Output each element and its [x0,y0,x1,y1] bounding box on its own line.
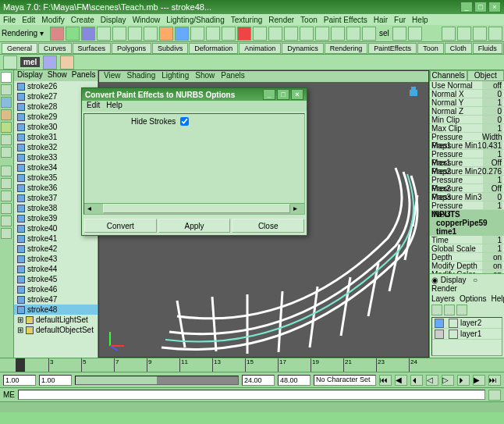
layer-type-toggle[interactable] [449,319,458,328]
dialog-titlebar[interactable]: Convert Paint Effects to NURBS Options _… [82,88,307,101]
menu-render[interactable]: Render [268,16,294,24]
charset-dropdown[interactable]: No Character Set [314,375,376,386]
shelf-icon[interactable] [43,55,57,69]
outliner-set[interactable]: ⊞defaultObjectSet [14,325,98,335]
minimize-button[interactable]: _ [460,2,473,12]
playback-start-field[interactable] [39,375,72,386]
layer-up-icon[interactable] [444,305,455,315]
toolbar-icon[interactable] [112,27,126,41]
channel-row[interactable]: Pressure Min10.431 [430,141,504,150]
toolbar-icon[interactable] [159,27,173,41]
layer-menu-options[interactable]: Options [460,294,486,303]
range-start-field[interactable] [3,375,36,386]
toolbar-icon[interactable] [408,27,422,41]
toolbar-icon[interactable] [190,27,204,41]
menu-hair[interactable]: Hair [374,16,388,24]
toolbar-icon[interactable] [442,27,456,41]
menu-fur[interactable]: Fur [394,16,406,24]
toolbar-icon[interactable] [392,27,406,41]
channel-row[interactable]: Use Normaloff [430,81,504,90]
channel-row[interactable]: Normal Y1 [430,98,504,107]
channel-row[interactable]: Pressure Map2Off [430,159,504,167]
toolbar-icon[interactable] [331,27,345,41]
range-end-field[interactable] [278,375,311,386]
layer-row[interactable]: layer2 [432,318,502,329]
viewport-menu-show[interactable]: Show [195,71,215,82]
toolbar-icon[interactable] [473,27,487,41]
scroll-right-icon[interactable]: ▸ [290,204,300,214]
expand-icon[interactable]: ⊞ [17,315,23,324]
next-key-icon[interactable]: ⏵ [457,375,470,386]
shelf-icon[interactable] [60,55,74,69]
shelf-tab-dynamics[interactable]: Dynamics [282,43,324,54]
range-track[interactable] [75,376,239,385]
channel-row[interactable]: Max Clip1 [430,124,504,133]
close-button[interactable]: × [488,2,501,12]
menu-display[interactable]: Display [101,16,126,24]
layout-graph-icon[interactable] [1,228,12,239]
dialog-maximize-button[interactable]: □ [277,89,289,100]
viewport-menu-view[interactable]: View [104,71,121,82]
menu-toon[interactable]: Toon [300,16,318,24]
toolbar-icon[interactable] [253,27,267,41]
outliner-menu-display[interactable]: Display [17,70,43,81]
channel-row[interactable]: Modify Depthon [430,262,504,270]
layer-down-icon[interactable] [456,305,467,315]
forward-end-icon[interactable]: ⏭ [488,375,501,386]
shelf-toggle-icon[interactable] [3,55,17,69]
shelf-tab-painteffects[interactable]: PaintEffects [368,43,417,54]
channel-row[interactable]: Pressure Max21 [430,176,504,184]
layout-single-icon[interactable] [1,166,12,176]
dialog-menu-edit[interactable]: Edit [87,101,100,112]
layer-type-toggle[interactable] [449,330,458,339]
manip-tool-icon[interactable] [1,134,12,145]
dialog-menu-help[interactable]: Help [106,101,122,112]
move-tool-icon[interactable] [1,97,12,108]
input-node[interactable]: copperPipe59 [430,219,504,227]
select-tool-icon[interactable] [1,72,12,83]
menu-help[interactable]: Help [412,16,428,24]
channel-row[interactable]: Pressure Min30 [430,193,504,201]
channel-row[interactable]: Depthon [430,253,504,262]
layer-vis-toggle[interactable] [435,319,444,328]
dialog-close-button[interactable]: × [291,89,303,100]
viewport-menu-lighting[interactable]: Lighting [161,71,189,82]
shelf-tab-animation[interactable]: Animation [239,43,281,54]
expand-icon[interactable]: ⊞ [17,326,23,334]
outliner-item[interactable]: stroke47 [14,294,98,305]
menu-texturing[interactable]: Texturing [231,16,263,24]
menu-painteffects[interactable]: Paint Effects [324,16,367,24]
outliner-item[interactable]: stroke46 [14,284,98,294]
outliner-item[interactable]: stroke45 [14,274,98,284]
toolbar-icon[interactable] [97,27,111,41]
shelf-tab-polygons[interactable]: Polygons [112,43,151,54]
shelf-tab-rendering[interactable]: Rendering [325,43,368,54]
apply-button[interactable]: Apply [158,219,231,233]
current-time-marker[interactable] [16,358,25,372]
shelf-tab-curves[interactable]: Curves [38,43,72,54]
play-fwd-icon[interactable]: ▷ [442,375,454,386]
menu-edit[interactable]: Edit [22,16,35,24]
lasso-tool-icon[interactable] [1,84,12,95]
channel-row[interactable]: Normal Z0 [430,107,504,116]
layer-new-icon[interactable] [431,305,442,315]
viewport-menu-shading[interactable]: Shading [127,71,156,82]
toolbar-icon[interactable] [268,27,282,41]
time-node[interactable]: time1 [430,227,504,236]
outliner-menu-panels[interactable]: Panels [72,70,96,81]
toolbar-icon[interactable] [315,27,329,41]
shelf-tab-toon[interactable]: Toon [417,43,444,54]
layer-menu-help[interactable]: Help [491,294,504,303]
step-back-icon[interactable]: ◀ [395,375,407,386]
layer-row[interactable]: layer1 [432,329,502,340]
layer-list[interactable]: layer2layer1 [431,317,502,356]
hide-strokes-checkbox[interactable] [180,117,189,126]
channel-row[interactable]: Pressure Min20.276 [430,167,504,176]
toolbar-icon[interactable] [488,27,502,41]
outliner-item[interactable]: stroke44 [14,264,98,274]
tab-object[interactable]: Object [467,70,505,81]
toolbar-icon[interactable] [175,27,189,41]
channel-row[interactable]: Global Scale1 [430,244,504,253]
dialog-minimize-button[interactable]: _ [263,89,275,100]
layer-menu-layers[interactable]: Layers [431,294,455,303]
